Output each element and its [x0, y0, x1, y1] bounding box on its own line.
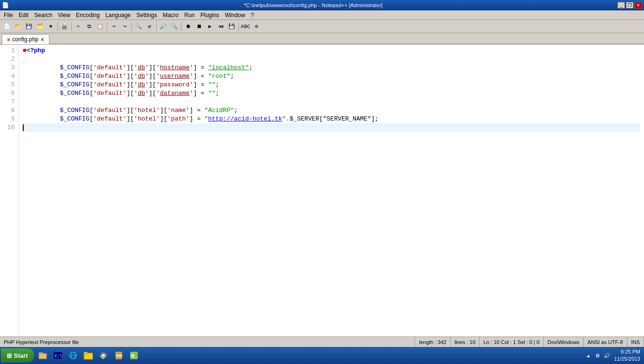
svg-text:C:\>: C:\>	[55, 354, 63, 359]
menu-window[interactable]: Window	[222, 11, 248, 19]
menu-edit[interactable]: Edit	[16, 11, 31, 19]
tb-new[interactable]: 📄	[2, 21, 12, 32]
tb-copy[interactable]: ⧉	[84, 21, 95, 32]
tb-redo[interactable]: ↪	[120, 21, 130, 32]
svg-point-10	[102, 354, 105, 357]
tb-print[interactable]: 🖨️	[59, 21, 70, 32]
tb-macro-rec[interactable]: ⏺	[183, 21, 193, 32]
bookmark-icon: ■	[23, 47, 27, 55]
svg-rect-8	[84, 352, 87, 354]
title-bar: 📄 *C:\inetpub\wwwroot\config.php - Notep…	[0, 0, 644, 10]
tb-macro-play[interactable]: ▶	[205, 21, 215, 32]
tb-save[interactable]: 💾	[24, 21, 34, 32]
tb-macro-save[interactable]: 💾	[227, 21, 237, 32]
tb-find[interactable]: 🔍	[133, 21, 144, 32]
tb-paste[interactable]: 📋	[95, 21, 105, 32]
code-editor[interactable]: ■<?php $_CONFIG['default']['db']['hostna…	[19, 45, 644, 336]
tb-cut[interactable]: ✂	[73, 21, 84, 32]
status-file-type: PHP Hypertext Preprocessor file	[0, 337, 415, 347]
start-icon: ⊞	[7, 352, 12, 359]
tb-spell[interactable]: ABC	[240, 21, 251, 32]
tb-close[interactable]: ✖	[46, 21, 56, 32]
line-num-10: 10	[4, 123, 15, 132]
tb-zoomout[interactable]: 🔍	[169, 21, 180, 32]
taskbar-folder[interactable]	[81, 349, 95, 362]
status-lines: lines : 10	[451, 337, 480, 347]
taskbar-clock: 8:25 PM 11/25/2013	[614, 348, 640, 363]
tab-bar: ■ config.php ✕	[0, 33, 644, 45]
code-line-5: $_CONFIG['default']['db']['password'] = …	[23, 81, 640, 89]
php-open-tag: <?php	[27, 47, 45, 55]
code-line-6: $_CONFIG['default']['db']['dataname'] = …	[23, 89, 640, 98]
taskbar: ⊞ Start C:\> RAR N	[0, 347, 644, 364]
editor: 1 2 3 4 5 6 7 8 9 10 ■<?php $_CONFIG['de…	[0, 45, 644, 336]
menu-search[interactable]: Search	[31, 11, 55, 19]
tb-replace[interactable]: ⇄	[144, 21, 155, 32]
svg-rect-1	[39, 353, 43, 354]
close-button[interactable]: ✕	[635, 2, 642, 9]
line-num-2: 2	[4, 55, 15, 64]
tab-config-php[interactable]: ■ config.php ✕	[2, 34, 49, 44]
svg-rect-0	[39, 354, 47, 359]
taskbar-arrow-up[interactable]: ▲	[586, 353, 591, 358]
taskbar-right: ▲ 🖥 🔊 8:25 PM 11/25/2013	[582, 348, 644, 363]
code-line-10	[23, 123, 640, 132]
taskbar-cmd[interactable]: C:\>	[51, 349, 65, 362]
status-ins: INS	[627, 337, 644, 347]
toolbar-sep-6	[181, 22, 181, 31]
title-bar-icon: 📄	[2, 2, 9, 9]
status-bar: PHP Hypertext Preprocessor file length :…	[0, 336, 644, 347]
tab-close-button[interactable]: ✕	[40, 37, 44, 42]
line-num-6: 6	[4, 89, 15, 98]
tb-open[interactable]: 📂	[13, 21, 23, 32]
code-line-9: $_CONFIG['default']['hotel']['path'] = "…	[23, 115, 640, 123]
status-encoding: ANSI as UTF-8	[584, 337, 627, 347]
tb-saveall[interactable]: 🗂️	[35, 21, 45, 32]
menu-file[interactable]: File	[1, 11, 16, 19]
tb-macro-prev[interactable]: ⏮	[216, 21, 226, 32]
taskbar-ie[interactable]	[66, 349, 80, 362]
status-position: Ln : 10 Col : 1 Sel : 0 | 0	[480, 337, 544, 347]
code-line-8: $_CONFIG['default']['hotel']['name'] = "…	[23, 106, 640, 115]
taskbar-audio-icon: 🔊	[604, 353, 610, 359]
start-button[interactable]: ⊞ Start	[1, 348, 34, 363]
taskbar-browser[interactable]	[96, 349, 111, 362]
menu-run[interactable]: Run	[181, 11, 198, 19]
toolbar-sep-4	[132, 22, 132, 31]
toolbar-sep-2	[71, 22, 72, 31]
line-num-7: 7	[4, 98, 15, 106]
toolbar-sep-5	[156, 22, 157, 31]
taskbar-winrar[interactable]: RAR	[112, 349, 126, 362]
taskbar-files[interactable]	[36, 349, 50, 362]
menu-plugins[interactable]: Plugins	[198, 11, 222, 19]
tab-php-icon: ■	[7, 37, 10, 42]
minimize-button[interactable]: _	[617, 2, 625, 9]
text-cursor	[23, 124, 24, 131]
code-line-7	[23, 98, 640, 106]
window-controls: _ ❐ ✕	[617, 2, 642, 9]
menu-bar: File Edit Search View Encoding Language …	[0, 10, 644, 20]
menu-view[interactable]: View	[55, 11, 73, 19]
title-bar-title: *C:\inetpub\wwwroot\config.php - Notepad…	[9, 2, 617, 8]
menu-macro[interactable]: Macro	[160, 11, 181, 19]
menu-help[interactable]: ?	[248, 11, 257, 19]
code-line-1: ■<?php	[23, 47, 640, 55]
line-num-8: 8	[4, 106, 15, 115]
tb-undo[interactable]: ↩	[109, 21, 119, 32]
var-config-3: $_CONFIG	[60, 64, 89, 72]
tb-zoomin[interactable]: 🔎	[158, 21, 169, 32]
taskbar-items: C:\> RAR N	[34, 349, 582, 362]
taskbar-notepadpp[interactable]: N	[127, 349, 141, 362]
line-num-9: 9	[4, 115, 15, 123]
status-line-ending: Dos\Windows	[544, 337, 584, 347]
tb-misc[interactable]: ⚙	[251, 21, 262, 32]
toolbar-sep-1	[57, 22, 58, 31]
restore-button[interactable]: ❐	[626, 2, 634, 9]
toolbar-sep-7	[238, 22, 239, 31]
menu-encoding[interactable]: Encoding	[73, 11, 103, 19]
menu-language[interactable]: Language	[103, 11, 133, 19]
menu-settings[interactable]: Settings	[133, 11, 160, 19]
tab-label: config.php	[12, 36, 38, 43]
tb-macro-stop[interactable]: ⏹	[194, 21, 204, 32]
code-line-4: $_CONFIG['default']['db']['username'] = …	[23, 72, 640, 81]
